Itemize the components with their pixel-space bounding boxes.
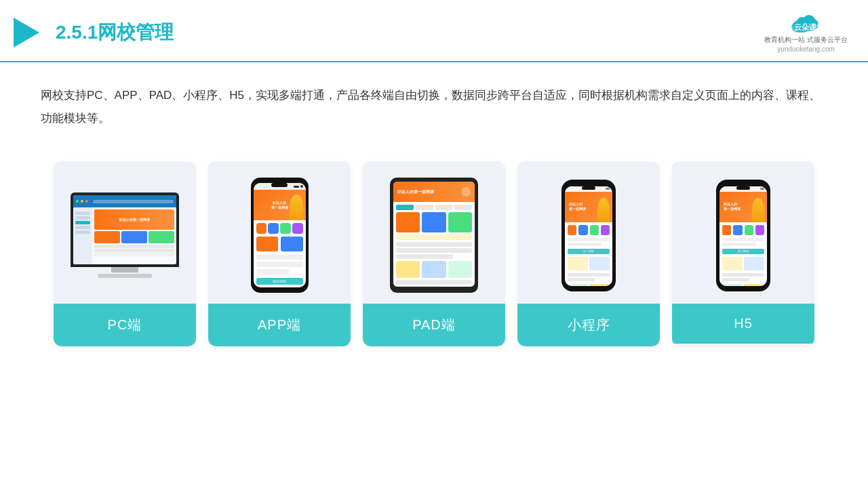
- card-pad-image: 职达人的第一堂网课: [363, 161, 505, 304]
- mini-phone-notch: [582, 186, 595, 190]
- logo-subtitle: 教育机构一站 式服务云平台: [764, 35, 848, 45]
- pad-screen: 职达人的第一堂网课: [393, 182, 475, 287]
- card-pc-image: 职达人的第一堂网课: [54, 161, 196, 304]
- miniprogram-phone-mockup: 职达人的第一堂网课 热门课程: [561, 180, 616, 291]
- logo-area: 云朵课堂 教育机构一站 式服务云平台 yunduoketang.com: [764, 12, 848, 53]
- card-miniprogram-image: 职达人的第一堂网课 热门课程: [517, 161, 660, 304]
- h5-phone-screen: 职达人的第一堂网课 热门课程: [719, 186, 767, 286]
- h5-phone-mockup: 职达人的第一堂网课 热门课程: [716, 180, 770, 291]
- card-pad: 职达人的第一堂网课: [363, 161, 505, 346]
- description-text: 网校支持PC、APP、PAD、小程序、H5，实现多端打通，产品各终端自由切换，数…: [0, 62, 868, 141]
- card-app-label: APP端: [208, 304, 351, 346]
- phone-screen: 职达人的第一堂网课: [254, 183, 306, 287]
- card-h5-image: 职达人的第一堂网课 热门课程: [672, 161, 814, 304]
- cards-section: 职达人的第一堂网课: [0, 148, 868, 360]
- mini-phone-screen: 职达人的第一堂网课 热门课程: [565, 186, 612, 286]
- page-title: 2.5.1网校管理: [56, 20, 174, 45]
- page-header: 2.5.1网校管理 云朵课堂 教育机构一站 式服务云平台 yunduoketan…: [0, 0, 868, 62]
- pc-mockup: 职达人的第一堂网课: [71, 192, 179, 278]
- card-pc: 职达人的第一堂网课: [54, 161, 196, 346]
- pc-screen-outer: 职达人的第一堂网课: [71, 192, 179, 267]
- h5-phone-notch: [736, 186, 750, 190]
- cloud-icon: 云朵课堂: [789, 12, 824, 34]
- play-icon: [14, 18, 39, 47]
- card-pad-label: PAD端: [363, 304, 505, 346]
- card-app-image: 职达人的第一堂网课: [208, 161, 351, 304]
- card-pc-label: PC端: [54, 304, 196, 346]
- pc-screen-inner: 职达人的第一堂网课: [73, 195, 176, 264]
- logo-domain: yunduoketang.com: [777, 45, 835, 53]
- pad-mockup: 职达人的第一堂网课: [390, 178, 478, 293]
- card-h5-label: H5: [672, 304, 814, 344]
- app-phone-mockup: 职达人的第一堂网课: [251, 178, 309, 293]
- svg-text:云朵课堂: 云朵课堂: [794, 23, 824, 31]
- pc-stand: [111, 267, 138, 272]
- logo-cloud: 云朵课堂: [789, 12, 824, 34]
- pc-base: [98, 274, 152, 278]
- header-left: 2.5.1网校管理: [14, 18, 174, 47]
- card-h5: 职达人的第一堂网课 热门课程: [672, 161, 814, 346]
- card-app: 职达人的第一堂网课: [208, 161, 351, 346]
- card-miniprogram: 职达人的第一堂网课 热门课程: [517, 161, 660, 346]
- card-miniprogram-label: 小程序: [517, 304, 660, 346]
- phone-notch: [271, 183, 288, 187]
